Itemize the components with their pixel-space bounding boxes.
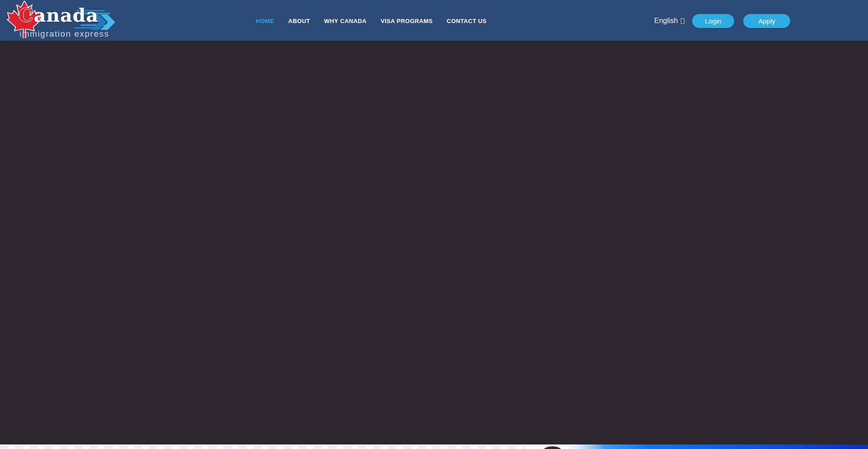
page-content-loading-area <box>0 43 868 444</box>
below-fold-faint-pattern <box>0 446 524 449</box>
below-fold-blue-banner <box>603 444 868 449</box>
apply-button[interactable]: Apply <box>743 14 790 28</box>
brand-tagline: immigration express <box>19 29 109 39</box>
login-button[interactable]: Login <box>692 14 734 28</box>
nav-link-home[interactable]: HOME <box>256 18 274 24</box>
top-navigation-bar: Canada immigration express HOME ABOUT WH… <box>0 0 868 42</box>
nav-link-why-canada[interactable]: WHY CANADA <box>324 18 367 24</box>
nav-link-visa-programs[interactable]: VISA PROGRAMS <box>381 18 433 24</box>
below-fold-preview-strip <box>0 444 868 449</box>
below-fold-sky-fragment <box>564 444 603 449</box>
nav-link-about[interactable]: ABOUT <box>288 18 310 24</box>
below-fold-photo-fragment <box>542 446 562 449</box>
language-selector[interactable]: English <box>654 0 684 42</box>
brand-logo[interactable]: Canada immigration express <box>6 1 113 42</box>
main-nav: HOME ABOUT WHY CANADA VISA PROGRAMS CONT… <box>256 0 486 42</box>
language-selected-label: English <box>654 17 678 25</box>
nav-link-contact-us[interactable]: CONTACT US <box>447 18 486 24</box>
language-dropdown-icon <box>681 18 684 24</box>
page: Canada immigration express HOME ABOUT WH… <box>0 0 868 449</box>
brand-wordmark: Canada <box>19 5 99 26</box>
